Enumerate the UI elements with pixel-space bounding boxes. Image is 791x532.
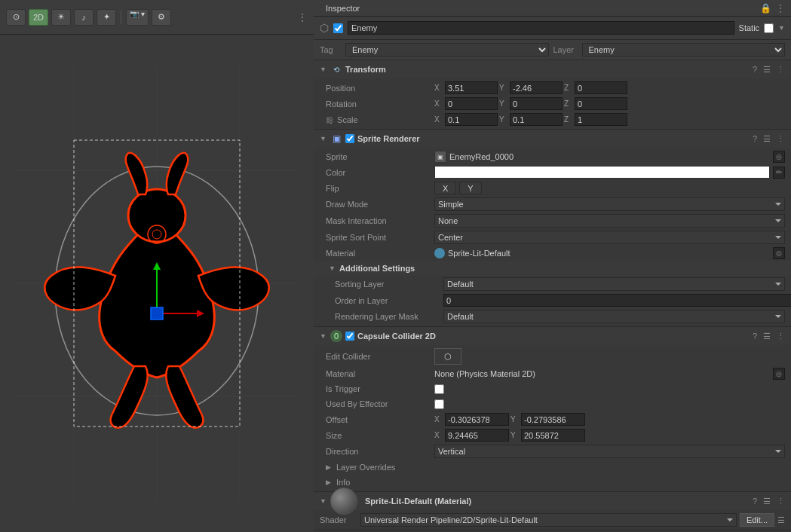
layer-overrides-row[interactable]: ▶ Layer Overrides	[314, 460, 791, 475]
view-tool-btn[interactable]: ⊙	[6, 9, 26, 26]
transform-settings-icon[interactable]: ☰	[763, 65, 771, 75]
capsule-collider-help-icon[interactable]: ?	[753, 332, 757, 341]
draw-mode-select[interactable]: Simple	[434, 197, 785, 211]
order-in-layer-input[interactable]	[443, 294, 791, 307]
rotation-z-input[interactable]	[575, 97, 627, 110]
capsule-collider-body: Edit Collider ⬡ Material None (Physics M…	[314, 345, 791, 491]
lock-icon[interactable]: 🔒	[760, 3, 771, 14]
sprite-renderer-help-icon[interactable]: ?	[753, 134, 757, 144]
layer-select[interactable]: Enemy	[582, 43, 786, 57]
sprite-sort-point-select[interactable]: Center	[434, 231, 785, 244]
inspector-header-icons: 🔒 ⋮	[760, 3, 785, 14]
capsule-collider-more-icon[interactable]: ⋮	[777, 332, 785, 341]
edit-collider-btn[interactable]: ⬡	[434, 348, 461, 365]
offset-label: Offset	[326, 415, 431, 424]
sprite-renderer-enabled-checkbox[interactable]	[345, 134, 354, 143]
transform-help-icon[interactable]: ?	[753, 65, 757, 75]
capsule-collider-settings-icon[interactable]: ☰	[763, 332, 771, 341]
transform-body: Position X Y Z Rotation X	[314, 78, 791, 129]
scene-more-btn[interactable]: ⋮	[297, 11, 308, 23]
rot-y-label: Y	[499, 99, 508, 108]
sprite-renderer-more-icon[interactable]: ⋮	[777, 134, 785, 144]
size-x-input[interactable]	[445, 429, 509, 442]
fx-btn[interactable]: ✦	[97, 9, 116, 26]
additional-settings-title: Additional Settings	[339, 264, 415, 273]
info-label: Info	[336, 478, 350, 487]
capsule-collider-chevron: ▼	[320, 332, 327, 340]
offset-y-label: Y	[510, 415, 520, 423]
sorting-layer-select[interactable]: Default	[443, 277, 785, 291]
color-row: Color ✏	[314, 164, 791, 180]
capsule-collider-enabled-checkbox[interactable]	[345, 332, 354, 341]
flip-row: Flip X Y	[314, 180, 791, 196]
scale-y-input[interactable]	[510, 113, 563, 126]
svg-point-10	[152, 230, 161, 239]
gameobject-name-input[interactable]	[348, 21, 734, 35]
material-name-text: Sprite-Lit-Default	[448, 249, 770, 258]
sprite-picker-btn[interactable]: ◎	[773, 151, 785, 163]
rotation-x-input[interactable]	[445, 97, 498, 110]
is-trigger-label: Is Trigger	[326, 384, 431, 393]
gameobject-active-checkbox[interactable]	[333, 23, 343, 33]
mask-interaction-label: Mask Interaction	[326, 216, 431, 225]
size-row: Size X Y	[314, 427, 791, 443]
transform-header[interactable]: ▼ ⟲ Transform ? ☰ ⋮	[314, 60, 791, 78]
2d-toggle-btn[interactable]: 2D	[29, 9, 48, 26]
sprite-renderer-settings-icon[interactable]: ☰	[763, 134, 771, 144]
material-picker-btn[interactable]: ◎	[773, 247, 785, 259]
flip-x-btn[interactable]: X	[434, 182, 456, 194]
position-x-input[interactable]	[445, 81, 498, 94]
scene-toolbar: ⊙ 2D ☀ ♪ ✦ 📷 ▾ ⚙ ⋮	[0, 0, 314, 35]
rendering-layer-select[interactable]: Default	[443, 310, 785, 323]
scene-svg	[14, 65, 300, 502]
material-help-icon[interactable]: ?	[753, 497, 757, 506]
edit-collider-row: Edit Collider ⬡	[314, 347, 791, 366]
rotation-y-input[interactable]	[510, 97, 563, 110]
offset-y-input[interactable]	[521, 413, 585, 426]
info-row[interactable]: ▶ Info	[314, 475, 791, 490]
scale-z-input[interactable]	[575, 113, 627, 126]
position-z-input[interactable]	[575, 81, 627, 94]
capsule-collider-header[interactable]: ▼ 0 Capsule Collider 2D ? ☰ ⋮	[314, 327, 791, 345]
flip-y-btn[interactable]: Y	[459, 182, 481, 194]
offset-x-input[interactable]	[445, 413, 509, 426]
color-eyedropper-btn[interactable]: ✏	[773, 167, 785, 179]
transform-more-icon[interactable]: ⋮	[777, 65, 785, 75]
camera-dropdown[interactable]: 📷 ▾	[126, 9, 149, 26]
scale-x-label: X	[434, 115, 443, 124]
size-y-input[interactable]	[521, 429, 585, 442]
additional-settings-header[interactable]: ▼ Additional Settings	[314, 261, 791, 276]
flip-label: Flip	[326, 184, 431, 193]
material-settings-icon[interactable]: ☰	[763, 497, 771, 506]
flip-group: X Y	[434, 182, 785, 194]
scale-x-input[interactable]	[445, 113, 498, 126]
lighting-btn[interactable]: ☀	[51, 9, 71, 26]
shader-edit-btn[interactable]: Edit...	[740, 513, 774, 527]
static-dropdown-icon[interactable]: ▼	[778, 24, 785, 32]
offset-row: Offset X Y	[314, 411, 791, 427]
inspector-more-icon[interactable]: ⋮	[776, 3, 785, 14]
edit-collider-icon: ⬡	[444, 352, 452, 362]
material-footer-header[interactable]: ▼ Sprite-Lit-Default (Material) ? ☰ ⋮	[314, 492, 791, 510]
scale-z-label: Z	[564, 115, 573, 124]
gizmo-btn[interactable]: ⚙	[152, 9, 171, 26]
rendering-layer-row: Rendering Layer Mask Default	[314, 308, 791, 325]
position-y-input[interactable]	[510, 81, 563, 94]
mask-interaction-select[interactable]: None	[434, 214, 785, 228]
shader-more-icon[interactable]: ☰	[777, 515, 785, 525]
scale-y-label: Y	[499, 115, 508, 124]
used-by-effector-checkbox[interactable]	[434, 399, 444, 409]
sprite-renderer-chevron: ▼	[320, 135, 327, 142]
is-trigger-checkbox[interactable]	[434, 384, 444, 394]
audio-btn[interactable]: ♪	[74, 9, 94, 26]
color-swatch[interactable]	[434, 166, 770, 179]
static-checkbox[interactable]	[764, 23, 774, 33]
rendering-layer-label: Rendering Layer Mask	[335, 312, 440, 321]
tag-select[interactable]: Enemy	[345, 43, 549, 57]
direction-select[interactable]: Vertical	[434, 445, 785, 458]
material-more-icon[interactable]: ⋮	[777, 497, 785, 506]
rot-z-label: Z	[564, 99, 573, 108]
physics-material-picker-btn[interactable]: ◎	[773, 368, 785, 380]
shader-select[interactable]: Universal Render Pipeline/2D/Sprite-Lit-…	[360, 513, 737, 527]
sprite-renderer-header[interactable]: ▼ ▣ Sprite Renderer ? ☰ ⋮	[314, 130, 791, 148]
